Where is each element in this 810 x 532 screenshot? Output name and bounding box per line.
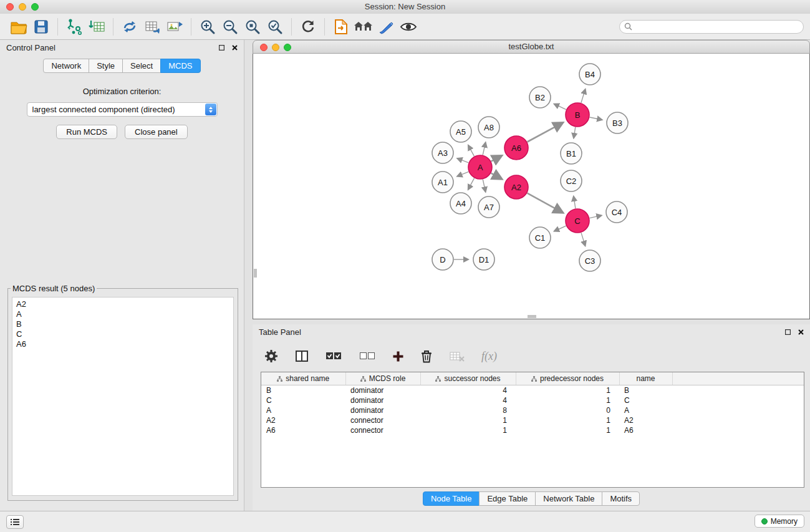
network-tools-button[interactable] — [118, 16, 141, 38]
search-box[interactable] — [619, 20, 804, 34]
graph-node-B3[interactable]: B3 — [607, 112, 628, 133]
graph-node-C2[interactable]: C2 — [561, 170, 582, 191]
zoom-in-button[interactable] — [196, 16, 219, 38]
graph-node-C4[interactable]: C4 — [606, 201, 627, 223]
open-button[interactable] — [7, 16, 30, 38]
save-button[interactable] — [30, 16, 52, 38]
table-cell: dominator — [345, 395, 420, 405]
delete-table-button[interactable] — [449, 350, 465, 362]
graph-node-A4[interactable]: A4 — [450, 193, 471, 214]
column-header-predecessor-nodes[interactable]: predecessor nodes — [516, 372, 619, 385]
network-zoom-button[interactable] — [284, 44, 291, 51]
close-panel-button[interactable]: Close panel — [125, 125, 188, 139]
import-table-url-button[interactable] — [141, 16, 163, 38]
close-panel-icon[interactable] — [798, 329, 804, 335]
apply-style-button[interactable] — [375, 16, 397, 38]
float-panel-icon[interactable] — [219, 45, 224, 51]
graph-node-C1[interactable]: C1 — [529, 227, 551, 248]
column-header-successor-nodes[interactable]: successor nodes — [420, 372, 516, 385]
network-graph[interactable]: B4B2BB3A5A8A6A3B1AC2A1A2A4A7C4CC1DD1C3 — [253, 54, 809, 319]
horizontal-scroll-thumb[interactable] — [528, 315, 536, 318]
mcds-result-item[interactable]: A6 — [16, 339, 229, 349]
minimize-window-button[interactable] — [19, 3, 26, 11]
save-floppy-icon — [34, 19, 49, 34]
tab-motifs[interactable]: Motifs — [602, 491, 640, 506]
table-cell: 1 — [516, 425, 619, 435]
graph-node-A2[interactable]: A2 — [504, 175, 528, 199]
tab-network-table[interactable]: Network Table — [535, 491, 602, 506]
network-close-button[interactable] — [260, 44, 268, 51]
graph-node-A[interactable]: A — [468, 155, 492, 179]
graph-node-A7[interactable]: A7 — [478, 196, 499, 218]
tab-edge-table[interactable]: Edge Table — [479, 491, 536, 506]
zoom-fit-button[interactable] — [241, 16, 264, 38]
criterion-dropdown[interactable]: largest connected component (directed) — [27, 102, 218, 117]
create-column-button[interactable] — [392, 351, 404, 362]
mcds-result-item[interactable]: A — [16, 309, 229, 319]
mcds-result-list[interactable]: A2ABCA6 — [12, 297, 234, 496]
column-header-mcds-role[interactable]: MCDS role — [345, 372, 420, 385]
graph-node-B1[interactable]: B1 — [561, 143, 582, 164]
close-window-button[interactable] — [6, 3, 14, 11]
unselect-all-button[interactable] — [359, 351, 376, 362]
tab-select[interactable]: Select — [122, 59, 161, 73]
graph-node-C3[interactable]: C3 — [579, 250, 600, 271]
tab-network[interactable]: Network — [43, 59, 89, 73]
graph-node-A6[interactable]: A6 — [504, 136, 528, 160]
select-all-button[interactable] — [325, 351, 342, 362]
tab-node-table[interactable]: Node Table — [423, 491, 480, 506]
table-cell: B — [619, 385, 672, 396]
search-input[interactable] — [635, 22, 803, 32]
graph-node-C[interactable]: C — [566, 209, 589, 233]
show-panels-button[interactable] — [6, 515, 24, 529]
import-table-button[interactable] — [85, 16, 108, 38]
graph-node-B4[interactable]: B4 — [579, 64, 600, 85]
node-table-container[interactable]: shared name MCDS role successor nodes pr… — [261, 372, 804, 488]
toolbar-separator — [291, 18, 292, 36]
graph-node-A5[interactable]: A5 — [450, 121, 471, 142]
show-columns-button[interactable] — [295, 349, 309, 363]
table-row[interactable]: A2connector11A2 — [261, 415, 804, 425]
table-row[interactable]: Bdominator41B — [261, 385, 804, 396]
graph-node-B2[interactable]: B2 — [529, 87, 551, 108]
graph-node-A1[interactable]: A1 — [432, 172, 453, 193]
table-row[interactable]: Cdominator41C — [261, 395, 804, 405]
graph-node-D[interactable]: D — [432, 249, 453, 270]
import-network-button[interactable] — [63, 16, 85, 38]
zoom-window-button[interactable] — [31, 3, 39, 11]
memory-button[interactable]: Memory — [755, 515, 804, 528]
table-row[interactable]: A6connector11A6 — [261, 425, 804, 435]
close-panel-icon[interactable] — [232, 45, 238, 51]
export-image-button[interactable] — [163, 16, 186, 38]
network-canvas[interactable]: B4B2BB3A5A8A6A3B1AC2A1A2A4A7C4CC1DD1C3 — [253, 54, 810, 319]
graph-node-B[interactable]: B — [566, 103, 589, 127]
mcds-result-item[interactable]: C — [16, 329, 229, 339]
refresh-button[interactable] — [297, 16, 319, 38]
zoom-out-button[interactable] — [219, 16, 241, 38]
delete-columns-button[interactable] — [420, 349, 433, 363]
export-network-file-button[interactable] — [330, 16, 352, 38]
mcds-result-item[interactable]: A2 — [16, 299, 229, 309]
show-hide-button[interactable] — [397, 16, 420, 38]
table-cell-filler — [672, 415, 804, 425]
table-settings-button[interactable] — [264, 349, 279, 364]
column-header-shared-name[interactable]: shared name — [261, 372, 345, 385]
float-panel-icon[interactable] — [785, 329, 791, 335]
zoom-selected-button[interactable] — [264, 16, 286, 38]
graph-node-A3[interactable]: A3 — [432, 142, 453, 163]
tab-style[interactable]: Style — [89, 59, 123, 73]
column-header-name[interactable]: name — [619, 372, 672, 385]
network-window-titlebar[interactable]: testGlobe.txt — [253, 40, 810, 54]
run-mcds-button[interactable]: Run MCDS — [56, 125, 117, 139]
column-type-icon — [360, 376, 366, 382]
mcds-result-item[interactable]: B — [16, 319, 229, 329]
network-minimize-button[interactable] — [272, 44, 279, 51]
graph-node-A8[interactable]: A8 — [478, 117, 499, 138]
svg-text:D1: D1 — [479, 255, 489, 264]
function-builder-button[interactable]: f(x) — [481, 350, 497, 363]
vertical-scroll-thumb[interactable] — [254, 269, 257, 278]
table-row[interactable]: Adominator80A — [261, 405, 804, 415]
home-layout-button[interactable] — [352, 16, 375, 38]
graph-node-D1[interactable]: D1 — [473, 249, 494, 270]
tab-mcds[interactable]: MCDS — [160, 59, 200, 73]
